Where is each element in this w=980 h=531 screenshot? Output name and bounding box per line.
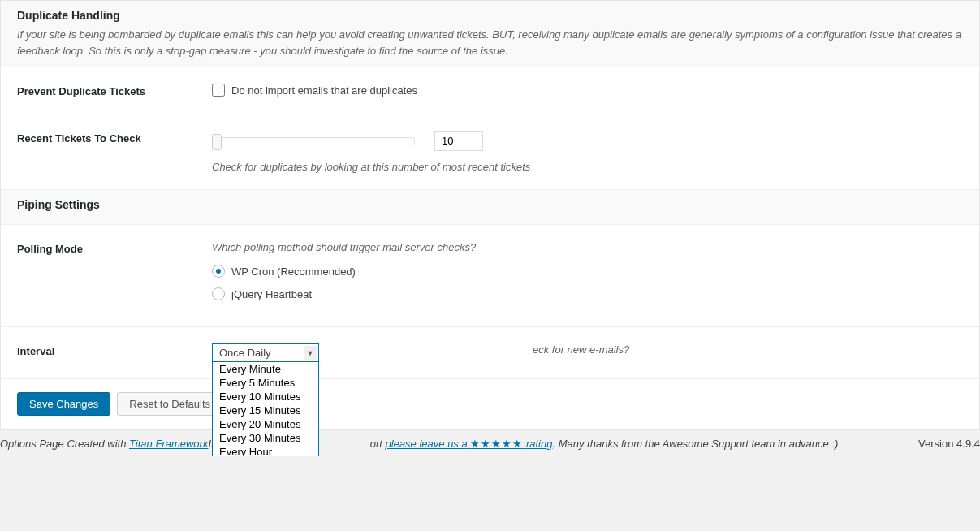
recent-tickets-input[interactable]: [434, 131, 483, 151]
interval-dropdown[interactable]: Every Minute Every 5 Minutes Every 10 Mi…: [212, 362, 319, 456]
recent-tickets-slider[interactable]: [212, 137, 415, 145]
footer-prefix: Options Page Created with: [0, 438, 129, 450]
interval-selected-value: Once Daily: [219, 347, 271, 359]
recent-tickets-row: Recent Tickets To Check Check for duplic…: [1, 114, 979, 190]
interval-label: Interval: [17, 343, 212, 357]
page-footer: Options Page Created with Titan Framewor…: [0, 430, 980, 456]
settings-panel: Duplicate Handling If your site is being…: [0, 0, 980, 430]
interval-option[interactable]: Every 5 Minutes: [213, 376, 318, 390]
prevent-duplicate-checkbox-label: Do not import emails that are duplicates: [231, 84, 417, 97]
titan-link[interactable]: Titan Framework: [129, 438, 208, 450]
footer-version: Version 4.9.4: [918, 438, 980, 450]
polling-option-heartbeat-label: jQuery Heartbeat: [231, 288, 312, 300]
footer-mid2: ort: [370, 438, 386, 450]
prevent-duplicate-row: Prevent Duplicate Tickets Do not import …: [1, 67, 979, 114]
polling-mode-label: Polling Mode: [17, 241, 212, 255]
form-actions: Save Changes Reset to Defaults: [1, 379, 979, 429]
interval-option[interactable]: Every Hour: [213, 445, 318, 456]
rating-link[interactable]: please leave us a ★★★★★ rating: [386, 438, 553, 450]
interval-option[interactable]: Every 10 Minutes: [213, 390, 318, 404]
prevent-duplicate-checkbox-wrap[interactable]: Do not import emails that are duplicates: [212, 84, 963, 97]
interval-option[interactable]: Every Minute: [213, 362, 318, 376]
interval-option[interactable]: Every 30 Minutes: [213, 431, 318, 445]
duplicate-handling-header: Duplicate Handling If your site is being…: [1, 1, 979, 67]
interval-option[interactable]: Every 15 Minutes: [213, 404, 318, 417]
interval-option[interactable]: Every 20 Minutes: [213, 417, 318, 431]
interval-row: Interval Once Daily ▼ Every Minute Every…: [1, 327, 979, 379]
stars-icon: ★★★★★: [470, 438, 523, 450]
interval-select-display[interactable]: Once Daily ▼: [212, 343, 319, 362]
duplicate-handling-title: Duplicate Handling: [17, 9, 963, 22]
recent-tickets-help: Check for duplicates by looking at this …: [212, 161, 963, 173]
duplicate-handling-desc: If your site is being bombarded by dupli…: [17, 27, 963, 58]
polling-option-wpcron-label: WP Cron (Recommended): [231, 266, 356, 278]
slider-handle[interactable]: [212, 134, 222, 150]
piping-settings-header: Piping Settings: [1, 190, 979, 225]
interval-help-partial: eck for new e-mails?: [533, 343, 629, 356]
polling-option-heartbeat[interactable]: jQuery Heartbeat: [212, 287, 963, 300]
interval-select[interactable]: Once Daily ▼ Every Minute Every 5 Minute…: [212, 343, 319, 362]
chevron-down-icon: ▼: [304, 346, 317, 360]
footer-left: Options Page Created with Titan Framewor…: [0, 438, 838, 450]
recent-tickets-label: Recent Tickets To Check: [17, 131, 212, 145]
radio-icon[interactable]: [212, 287, 225, 300]
save-button[interactable]: Save Changes: [17, 392, 110, 416]
prevent-duplicate-checkbox[interactable]: [212, 84, 225, 97]
polling-option-wpcron[interactable]: WP Cron (Recommended): [212, 265, 963, 278]
prevent-duplicate-label: Prevent Duplicate Tickets: [17, 84, 212, 97]
polling-mode-desc: Which polling method should trigger mail…: [212, 241, 963, 253]
polling-mode-row: Polling Mode Which polling method should…: [1, 225, 979, 327]
radio-icon[interactable]: [212, 265, 225, 278]
footer-thanks: . Many thanks from the Awesome Support t…: [552, 438, 838, 450]
reset-button[interactable]: Reset to Defaults: [117, 392, 222, 416]
piping-settings-title: Piping Settings: [17, 198, 963, 211]
